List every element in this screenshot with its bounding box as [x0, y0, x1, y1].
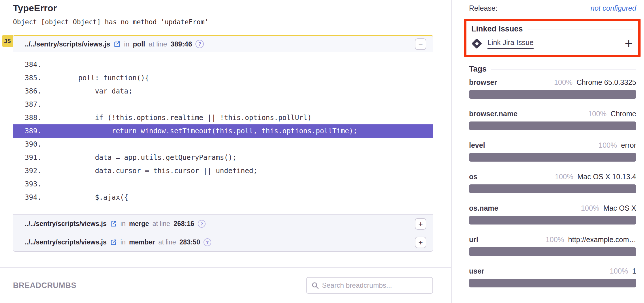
tag-distribution-bar	[469, 216, 636, 225]
tag-key[interactable]: os.name	[469, 204, 498, 212]
tag-key[interactable]: browser	[469, 78, 497, 87]
line-number: 388.	[13, 114, 45, 122]
frame-line-number: 389:46	[171, 40, 192, 48]
tag-key[interactable]: user	[469, 267, 484, 275]
tag-value: Chrome 65.0.3325	[577, 78, 636, 87]
stack-frame-collapsed-merge[interactable]: ../../sentry/scripts/views.js in merge a…	[13, 214, 433, 233]
line-number: 384.	[13, 61, 45, 69]
breadcrumbs-search-input[interactable]	[322, 281, 428, 289]
tag-value: Mac OS X	[603, 204, 636, 212]
line-number: 387.	[13, 100, 45, 109]
release-row: Release: not configured	[469, 4, 636, 12]
tag-percent: 100%	[610, 267, 628, 275]
code-line: 386. var data;	[13, 85, 433, 98]
code-line: 393.	[13, 177, 433, 191]
line-number: 394.	[13, 193, 45, 201]
at-line-label: at line	[149, 40, 167, 48]
tag-row[interactable]: os.name 100% Mac OS X	[469, 204, 636, 225]
frame-file-path: ../../sentry/scripts/views.js	[25, 238, 107, 246]
tag-row[interactable]: url 100% http://example.com…	[469, 235, 636, 256]
tag-row[interactable]: level 100% error	[469, 141, 636, 162]
add-linked-issue-button[interactable]: +	[625, 38, 633, 49]
code-line: 391. data = app.utils.getQueryParams();	[13, 151, 433, 164]
in-label: in	[120, 220, 126, 228]
stack-frame-expanded-header[interactable]: ../../sentry/scripts/views.js in poll at…	[13, 36, 433, 52]
external-link-icon[interactable]	[110, 239, 117, 246]
frame-function-name: member	[129, 238, 155, 246]
code-line: 390.	[13, 138, 433, 151]
tag-row[interactable]: browser 100% Chrome 65.0.3325	[469, 78, 636, 99]
help-icon[interactable]: ?	[195, 40, 204, 48]
line-source: return window.setTimeout(this.poll, this…	[45, 127, 357, 135]
code-line: 389. return window.setTimeout(this.poll,…	[13, 124, 433, 138]
tag-row[interactable]: user 100% 1	[469, 267, 636, 287]
tag-row[interactable]: os 100% Mac OS X 10.13.4	[469, 173, 636, 193]
tag-key[interactable]: browser.name	[469, 110, 517, 118]
release-not-configured-link[interactable]: not configured	[591, 4, 636, 12]
at-line-label: at line	[152, 220, 170, 228]
line-source: var data;	[45, 87, 132, 95]
line-number: 386.	[13, 87, 45, 95]
error-message: Object [object Object] has no method 'up…	[13, 18, 433, 26]
sidebar: Release: not configured Linked Issues Li…	[451, 0, 644, 303]
source-code-block: 384. 385. poll: function(){ 386. va	[13, 52, 433, 214]
frame-line-number: 268:16	[174, 220, 194, 228]
code-line: 388. if (!this.options.realtime || !this…	[13, 111, 433, 124]
tag-percent: 100%	[546, 235, 564, 244]
link-jira-issue-link[interactable]: Link Jira Issue	[487, 38, 534, 49]
breadcrumbs-section: BREADCRUMBS	[0, 268, 451, 303]
collapse-frame-button[interactable]: −	[415, 38, 426, 50]
code-line: 384.	[13, 58, 433, 71]
release-label: Release:	[469, 4, 498, 12]
tag-value: 1	[632, 267, 636, 275]
code-line: 387.	[13, 98, 433, 111]
tag-value: Chrome	[611, 110, 636, 118]
tag-distribution-bar	[469, 247, 636, 256]
tag-value: error	[621, 141, 636, 149]
stack-frame-collapsed-member[interactable]: ../../sentry/scripts/views.js in member …	[13, 233, 433, 251]
at-line-label: at line	[158, 238, 176, 246]
main-column: TypeError Object [object Object] has no …	[0, 0, 451, 303]
tag-distribution-bar	[469, 184, 636, 193]
breadcrumbs-title: BREADCRUMBS	[13, 281, 76, 290]
tag-percent: 100%	[581, 204, 599, 212]
tag-value: http://example.com…	[568, 235, 636, 244]
linked-issues-title: Linked Issues	[471, 25, 523, 33]
tag-percent: 100%	[555, 173, 573, 181]
line-number: 390.	[13, 140, 45, 148]
tag-row[interactable]: browser.name 100% Chrome	[469, 110, 636, 130]
line-source: data.cursor = this.cursor || undefined;	[45, 167, 257, 175]
line-number: 392.	[13, 167, 45, 175]
line-number: 391.	[13, 154, 45, 162]
external-link-icon[interactable]	[114, 41, 120, 48]
breadcrumbs-search-box[interactable]	[306, 277, 433, 294]
line-number: 385.	[13, 74, 45, 82]
line-source: $.ajax({	[45, 193, 128, 201]
frame-function-name: merge	[129, 220, 149, 228]
title-rule	[528, 29, 633, 29]
expand-frame-button[interactable]: +	[415, 237, 426, 248]
tag-key[interactable]: level	[469, 141, 485, 149]
tags-section: Tags browser 100% Chrome 65.0.3325	[469, 65, 636, 287]
frame-file-path: ../../sentry/scripts/views.js	[25, 40, 110, 48]
tag-key[interactable]: url	[469, 235, 478, 244]
frame-function-name: poll	[133, 40, 145, 48]
line-number: 393.	[13, 180, 45, 188]
external-link-icon[interactable]	[110, 220, 117, 227]
tag-percent: 100%	[598, 141, 617, 149]
help-icon[interactable]: ?	[204, 238, 211, 246]
tag-percent: 100%	[554, 78, 573, 87]
tag-distribution-bar	[469, 90, 636, 99]
search-icon	[311, 282, 319, 289]
tag-value: Mac OS X 10.13.4	[577, 173, 636, 181]
title-rule	[491, 69, 636, 70]
line-number: 389.	[13, 127, 45, 135]
help-icon[interactable]: ?	[198, 220, 206, 228]
expand-frame-button[interactable]: +	[415, 218, 426, 230]
jira-icon	[471, 38, 482, 49]
line-source: data = app.utils.getQueryParams();	[45, 154, 237, 162]
tags-title: Tags	[469, 65, 487, 74]
code-line: 394. $.ajax({	[13, 191, 433, 204]
line-source: poll: function(){	[45, 74, 149, 82]
tag-key[interactable]: os	[469, 173, 477, 181]
